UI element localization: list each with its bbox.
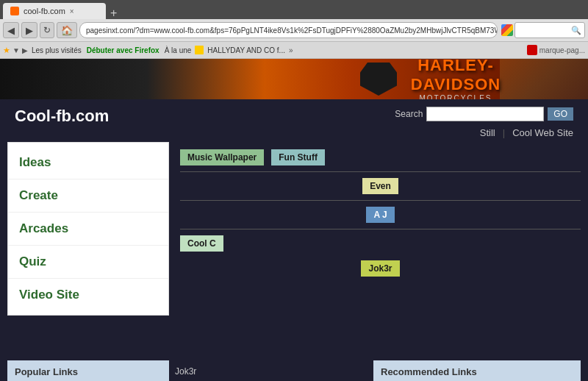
nav-bar-right: 🔍	[501, 22, 585, 38]
content-area: Music Wallpaper Fun Stuff Even A J Cool …	[180, 142, 581, 316]
tag-music-wallpaper[interactable]: Music Wallpaper	[180, 149, 264, 165]
footer-mid-text: Jok3r	[175, 366, 196, 377]
divider-2	[180, 200, 581, 201]
bookmark-more[interactable]: »	[289, 46, 293, 54]
tab-favicon	[10, 7, 19, 15]
recommended-links-box: Recommended Links Video Site	[373, 360, 581, 381]
url-bar[interactable]: pagesinxt.com/?dm=www.cool-fb.com&fps=76…	[79, 22, 498, 38]
nav-bar: ◀ ▶ ↻ 🏠 pagesinxt.com/?dm=www.cool-fb.co…	[0, 19, 588, 41]
popular-links-title: Popular Links	[15, 366, 162, 377]
tab-title: cool-fb.com	[24, 7, 65, 15]
sidebar-item-video-site[interactable]: Video Site	[8, 279, 168, 311]
go-button[interactable]: GO	[548, 107, 573, 121]
site-header: Cool-fb.com Search GO Still | Cool Web S…	[0, 99, 588, 142]
harley-logo: HARLEY-DAVIDSON MOTORCYCLES	[382, 59, 529, 99]
new-tab-button[interactable]: +	[106, 7, 121, 19]
content-row-3: A J	[180, 203, 581, 227]
bookmark-hallyday[interactable]: HALLYDAY AND CO f...	[206, 46, 287, 54]
search-input[interactable]	[426, 107, 544, 121]
browser-tab[interactable]: cool-fb.com ×	[3, 3, 106, 19]
sidebar-item-create[interactable]: Create	[8, 179, 168, 213]
site-nav-links: Still | Cool Web Site	[480, 127, 573, 138]
divider-1	[180, 171, 581, 172]
content-row-2: Even	[180, 174, 581, 198]
main-layout: Ideas Create Arcades Quiz Video Site Mus…	[0, 142, 588, 323]
bookmarks-bar: ★ ▼ ▶ Les plus visités Débuter avec Fire…	[0, 41, 588, 59]
tab-bar: cool-fb.com × +	[0, 0, 588, 19]
browser-search-icon[interactable]: 🔍	[571, 26, 581, 35]
footer-area: Popular Links All Cool Music Jok3r Recom…	[0, 357, 588, 381]
google-icon	[501, 24, 513, 36]
tag-fun-stuff[interactable]: Fun Stuff	[271, 149, 325, 165]
content-row-4: Cool C	[180, 232, 581, 255]
tag-jok3r[interactable]: Jok3r	[361, 260, 399, 277]
harley-title: HARLEY-DAVIDSON	[382, 59, 529, 94]
recommended-links-title: Recommended Links	[381, 366, 573, 377]
bookmark-arrow: ▶	[22, 46, 28, 54]
sidebar-item-quiz[interactable]: Quiz	[8, 246, 168, 279]
sidebar-item-ideas[interactable]: Ideas	[8, 146, 168, 179]
bookmark-right: marque-pag...	[527, 45, 585, 55]
site-title: Cool-fb.com	[15, 107, 109, 126]
bookmark-les-plus-visites[interactable]: Les plus visités	[30, 46, 83, 54]
bookmark-icon	[195, 46, 204, 54]
content-row-1: Music Wallpaper Fun Stuff	[180, 146, 581, 169]
home-button[interactable]: 🏠	[57, 22, 77, 38]
url-text: pagesinxt.com/?dm=www.cool-fb.com&fps=76…	[86, 26, 498, 35]
sidebar-item-arcades[interactable]: Arcades	[8, 213, 168, 246]
search-row: Search GO	[395, 107, 573, 121]
browser-chrome: cool-fb.com × + ◀ ▶ ↻ 🏠 pagesinxt.com/?d…	[0, 0, 588, 59]
bookmark-debuter[interactable]: Débuter avec Firefox	[85, 46, 161, 54]
bookmarks-label: ▼	[12, 46, 20, 54]
tab-close-btn[interactable]: ×	[70, 7, 74, 15]
sidebar: Ideas Create Arcades Quiz Video Site	[7, 142, 169, 316]
bookmark-a-la-une[interactable]: À la une	[163, 46, 193, 54]
browser-search-bar[interactable]: 🔍	[514, 22, 585, 38]
nav-still[interactable]: Still	[480, 127, 495, 138]
bookmark-marque[interactable]: marque-pag...	[539, 46, 585, 54]
bookmark-marque-icon	[527, 45, 537, 55]
refresh-button[interactable]: ↻	[40, 22, 54, 38]
search-label: Search	[395, 109, 423, 119]
star-icon: ★	[3, 46, 10, 55]
back-button[interactable]: ◀	[3, 22, 19, 38]
content-row-5: Jok3r	[180, 257, 581, 280]
forward-button[interactable]: ▶	[21, 22, 37, 38]
harley-subtitle: MOTORCYCLES	[382, 94, 529, 99]
harley-banner: HARLEY-DAVIDSON MOTORCYCLES	[0, 59, 588, 99]
footer-middle: Jok3r	[169, 360, 373, 381]
nav-cool-web[interactable]: Cool Web Site	[512, 127, 573, 138]
page-content: Cool-fb.com Search GO Still | Cool Web S…	[0, 99, 588, 357]
tag-aj[interactable]: A J	[366, 207, 394, 223]
tag-cool-c[interactable]: Cool C	[180, 235, 223, 252]
nav-separator: |	[503, 127, 505, 138]
popular-links-box: Popular Links All Cool Music	[7, 360, 169, 381]
divider-3	[180, 229, 581, 229]
header-right: Search GO Still | Cool Web Site	[395, 107, 573, 138]
tag-even[interactable]: Even	[362, 178, 398, 194]
browser-search-input[interactable]	[518, 26, 570, 35]
